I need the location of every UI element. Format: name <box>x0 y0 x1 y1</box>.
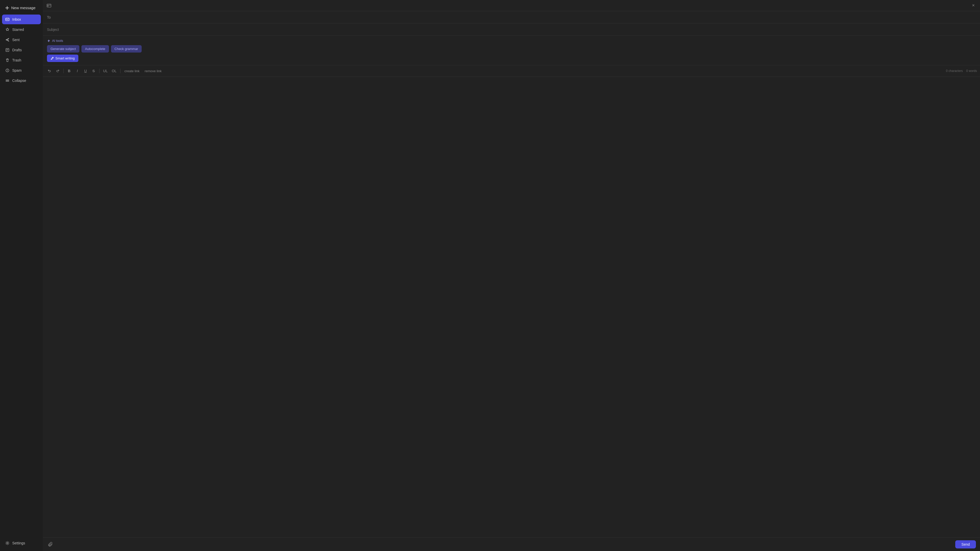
generate-subject-button[interactable]: Generate subject <box>47 45 80 52</box>
collapse-label: Collapse <box>12 79 26 83</box>
ai-tools-section: AI tools Generate subject Autocomplete C… <box>43 36 980 65</box>
to-label: To <box>47 15 55 19</box>
sidebar-item-inbox[interactable]: Inbox <box>2 14 41 24</box>
italic-button[interactable]: I <box>74 67 81 75</box>
collapse-icon <box>5 78 10 83</box>
autocomplete-button[interactable]: Autocomplete <box>81 45 109 52</box>
formatting-toolbar: B I U S UL OL create link remove link 0 … <box>43 65 980 77</box>
sent-icon <box>5 38 10 42</box>
to-field: To <box>43 11 980 24</box>
starred-label: Starred <box>12 27 24 32</box>
sidebar: New message Inbox Starred <box>0 0 43 551</box>
bold-button[interactable]: B <box>65 67 73 75</box>
sidebar-nav: Inbox Starred Sent <box>2 14 41 538</box>
sidebar-bottom: Settings <box>2 538 41 548</box>
smart-writing-button[interactable]: Smart writing <box>47 55 78 62</box>
char-count: 0 characters <box>946 69 963 73</box>
compose-window: × To AI tools Generate subject Autocompl… <box>43 0 980 551</box>
bottom-bar: Send <box>43 537 980 551</box>
ai-tools-header: AI tools <box>47 39 976 43</box>
compose-topbar: × <box>43 0 980 11</box>
sidebar-item-starred[interactable]: Starred <box>2 25 41 35</box>
strikethrough-button[interactable]: S <box>90 67 97 75</box>
drafts-icon <box>5 48 10 52</box>
compose-textarea[interactable] <box>47 81 976 534</box>
trash-icon <box>5 58 10 62</box>
new-message-button[interactable]: New message <box>2 3 41 13</box>
starred-icon <box>5 27 10 32</box>
toolbar-separator-2 <box>99 68 100 73</box>
svg-rect-5 <box>48 6 48 6</box>
ordered-list-button[interactable]: OL <box>110 67 118 75</box>
sidebar-item-sent[interactable]: Sent <box>2 35 41 44</box>
toolbar-separator-1 <box>63 68 64 73</box>
redo-button[interactable] <box>54 67 61 75</box>
svg-rect-4 <box>47 4 51 7</box>
send-button[interactable]: Send <box>955 540 976 548</box>
sidebar-item-trash[interactable]: Trash <box>2 56 41 65</box>
unordered-list-button[interactable]: UL <box>102 67 109 75</box>
window-icon <box>46 3 52 9</box>
pencil-icon <box>51 57 54 60</box>
spam-label: Spam <box>12 68 22 73</box>
sent-label: Sent <box>12 38 20 42</box>
trash-label: Trash <box>12 58 21 62</box>
ai-tools-label: AI tools <box>52 39 63 43</box>
sidebar-item-drafts[interactable]: Drafts <box>2 45 41 55</box>
subject-field <box>43 24 980 36</box>
word-count: 0 words <box>966 69 977 73</box>
svg-rect-1 <box>6 48 9 52</box>
plus-icon <box>5 6 9 10</box>
sparkle-icon <box>47 39 51 43</box>
underline-button[interactable]: U <box>82 67 89 75</box>
undo-button[interactable] <box>46 67 53 75</box>
sidebar-item-spam[interactable]: Spam <box>2 65 41 75</box>
close-button[interactable]: × <box>970 2 977 9</box>
ai-tools-buttons: Generate subject Autocomplete Check gram… <box>47 45 976 52</box>
settings-icon <box>5 541 10 545</box>
subject-input[interactable] <box>47 27 976 32</box>
spam-icon <box>5 68 10 73</box>
compose-body <box>43 77 980 537</box>
smart-writing-label: Smart writing <box>56 56 75 60</box>
inbox-label: Inbox <box>12 17 21 21</box>
settings-button[interactable]: Settings <box>2 538 41 548</box>
toolbar-separator-3 <box>120 68 121 73</box>
settings-label: Settings <box>12 541 25 545</box>
drafts-label: Drafts <box>12 48 22 52</box>
new-message-label: New message <box>11 6 35 10</box>
remove-link-button[interactable]: remove link <box>143 68 164 74</box>
to-input[interactable] <box>58 15 976 19</box>
check-grammar-button[interactable]: Check grammar <box>111 45 142 52</box>
char-word-count: 0 characters 0 words <box>946 69 977 73</box>
svg-point-3 <box>7 543 8 544</box>
attach-button[interactable] <box>47 541 54 548</box>
sidebar-item-collapse[interactable]: Collapse <box>2 76 41 86</box>
create-link-button[interactable]: create link <box>123 68 142 74</box>
inbox-icon <box>5 17 10 22</box>
